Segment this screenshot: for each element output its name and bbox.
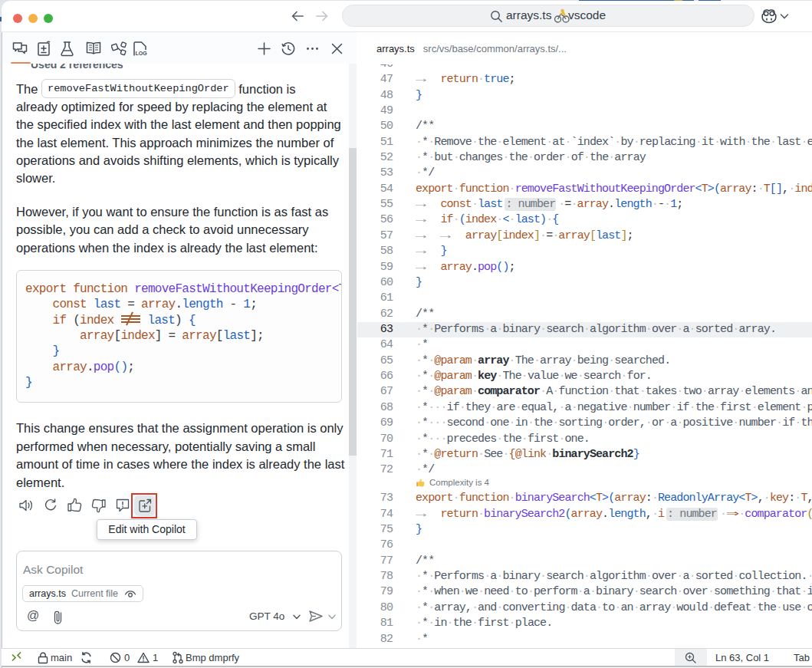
svg-text:LOG: LOG — [136, 51, 148, 56]
